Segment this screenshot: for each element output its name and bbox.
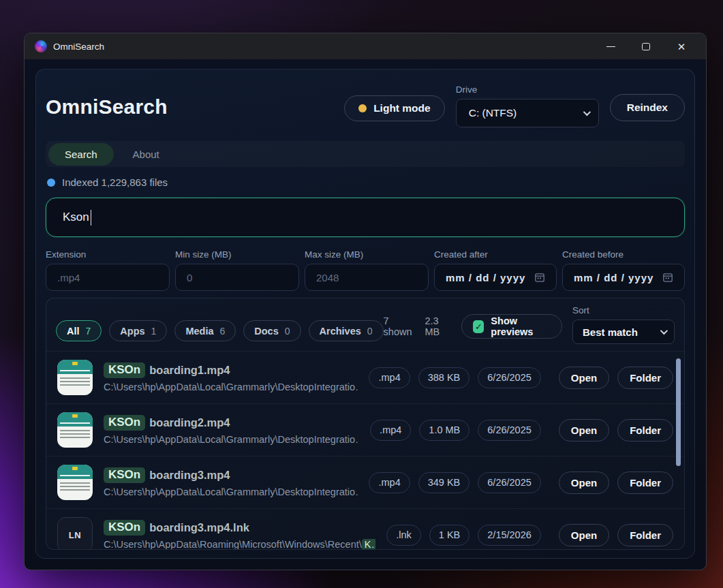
match-highlight: KSOn (104, 520, 145, 536)
minimize-button[interactable] (593, 33, 628, 59)
calendar-icon[interactable] (662, 272, 673, 283)
result-badges: .mp4 349 KB 6/26/2025 Open Folder (369, 471, 673, 494)
minimize-icon (606, 46, 615, 47)
chevron-down-icon (660, 327, 668, 335)
created-before-label: Created before (562, 249, 685, 260)
result-row[interactable]: KSOn boarding3.mp4 C:\Users\hp\AppData\L… (46, 456, 684, 508)
chip-archives[interactable]: Archives 0 (309, 320, 384, 341)
main-card: OmniSearch Light mode Drive C: (NTFS) Re… (35, 69, 695, 559)
date-badge: 6/26/2025 (478, 420, 541, 441)
tab-search[interactable]: Search (48, 143, 114, 166)
match-highlight: KSOn (104, 415, 145, 431)
extension-label: Extension (46, 249, 170, 260)
open-button[interactable]: Open (559, 419, 609, 442)
light-mode-toggle[interactable]: Light mode (344, 95, 445, 121)
drive-select[interactable]: C: (NTFS) (456, 99, 599, 127)
result-path: C:\Users\hp\AppData\Local\Grammarly\Desk… (104, 486, 358, 497)
show-previews-toggle[interactable]: ✓ Show previews (461, 314, 562, 339)
max-size-label: Max size (MB) (305, 249, 429, 260)
result-row[interactable]: KSOn boarding1.mp4 C:\Users\hp\AppData\L… (46, 351, 684, 403)
header-controls: Light mode Drive C: (NTFS) Reindex (344, 84, 685, 127)
ext-badge: .mp4 (369, 472, 410, 493)
show-previews-label: Show previews (491, 315, 551, 337)
result-path: C:\Users\hp\AppData\Local\Grammarly\Desk… (104, 434, 359, 445)
result-info: KSOn boarding2.mp4 C:\Users\hp\AppData\L… (104, 415, 359, 445)
chevron-down-icon (583, 108, 590, 116)
sort-selected-value: Best match (583, 326, 638, 338)
folder-button[interactable]: Folder (617, 524, 673, 546)
filter-extension: Extension (46, 249, 170, 291)
calendar-icon[interactable] (534, 272, 545, 283)
category-chips: All 7 Apps 1 Media 6 Docs (56, 320, 384, 341)
result-badges: .mp4 1.0 MB 6/26/2025 Open Folder (370, 419, 673, 442)
filter-row: Extension Min size (MB) Max size (MB) Cr… (46, 249, 685, 291)
created-before-value: mm / dd / yyyy (574, 272, 653, 283)
video-preview-thumbnail (57, 412, 93, 448)
open-button[interactable]: Open (559, 471, 609, 494)
scrollbar-thumb[interactable] (676, 358, 681, 466)
drive-selected-value: C: (NTFS) (469, 107, 517, 119)
filter-max-size: Max size (MB) (305, 249, 429, 291)
match-highlight: KSOn (104, 467, 145, 483)
window-body: OmniSearch Light mode Drive C: (NTFS) Re… (25, 59, 706, 570)
indexed-text: Indexed 1,229,863 files (62, 176, 168, 188)
ext-badge: .mp4 (369, 367, 410, 388)
chip-media[interactable]: Media 6 (174, 320, 236, 341)
sort-group: Sort Best match (572, 305, 675, 344)
filter-created-after: Created after mm / dd / yyyy (434, 249, 557, 291)
min-size-input[interactable] (175, 264, 299, 291)
created-before-input[interactable]: mm / dd / yyyy (562, 264, 685, 291)
created-after-label: Created after (434, 249, 557, 260)
results-stats: 7 shown 2.3 MB ✓ Show previews (384, 314, 562, 339)
result-row[interactable]: LN KSOn boarding3.mp4.lnk C:\Users\hp\Ap… (46, 508, 684, 550)
filter-min-size: Min size (MB) (175, 249, 299, 291)
lnk-file-thumbnail: LN (57, 517, 93, 550)
sort-select[interactable]: Best match (572, 320, 675, 344)
tab-bar: Search About (46, 141, 685, 167)
window-controls: ✕ (593, 33, 699, 59)
reindex-button[interactable]: Reindex (610, 94, 685, 121)
checkbox-checked-icon: ✓ (473, 320, 484, 333)
ext-badge: .lnk (386, 525, 421, 546)
search-input[interactable]: Kson (46, 198, 685, 237)
extension-input[interactable] (46, 264, 170, 291)
created-after-input[interactable]: mm / dd / yyyy (434, 264, 557, 291)
close-icon: ✕ (677, 42, 686, 52)
video-preview-thumbnail (57, 360, 93, 395)
close-button[interactable]: ✕ (664, 33, 699, 59)
results-header: All 7 Apps 1 Media 6 Docs (46, 298, 684, 351)
date-badge: 6/26/2025 (478, 367, 541, 388)
chip-all[interactable]: All 7 (56, 320, 102, 341)
page-title: OmniSearch (46, 95, 168, 119)
result-badges: .lnk 1 KB 2/15/2026 Open Folder (386, 524, 673, 546)
open-button[interactable]: Open (559, 524, 609, 546)
max-size-input[interactable] (305, 264, 429, 291)
title-bar[interactable]: OmniSearch ✕ (25, 33, 706, 59)
window-title: OmniSearch (53, 42, 104, 52)
result-badges: .mp4 388 KB 6/26/2025 Open Folder (369, 367, 673, 389)
chip-apps[interactable]: Apps 1 (109, 320, 167, 341)
tab-about[interactable]: About (133, 149, 159, 160)
filter-created-before: Created before mm / dd / yyyy (562, 249, 685, 291)
result-name: KSOn boarding3.mp4.lnk (104, 520, 375, 536)
drive-label: Drive (456, 84, 599, 95)
result-path: C:\Users\hp\AppData\Local\Grammarly\Desk… (104, 382, 358, 392)
folder-button[interactable]: Folder (617, 419, 673, 442)
maximize-button[interactable] (628, 33, 664, 59)
folder-button[interactable]: Folder (617, 471, 673, 494)
open-button[interactable]: Open (559, 367, 609, 389)
path-match-highlight: K… (362, 539, 376, 550)
total-size: 2.3 MB (425, 315, 451, 337)
created-after-value: mm / dd / yyyy (446, 272, 525, 283)
folder-button[interactable]: Folder (617, 367, 673, 389)
size-badge: 388 KB (418, 367, 470, 388)
chip-docs[interactable]: Docs 0 (243, 320, 301, 341)
result-row[interactable]: KSOn boarding2.mp4 C:\Users\hp\AppData\L… (46, 403, 684, 456)
text-caret (91, 210, 92, 226)
indexed-dot-icon (47, 179, 55, 187)
index-status: Indexed 1,229,863 files (46, 176, 685, 188)
desktop: { "window": { "title": "OmniSearch" }, "… (0, 0, 723, 588)
sort-label: Sort (572, 305, 675, 315)
video-preview-thumbnail (57, 465, 93, 500)
result-name: KSOn boarding2.mp4 (104, 415, 359, 431)
